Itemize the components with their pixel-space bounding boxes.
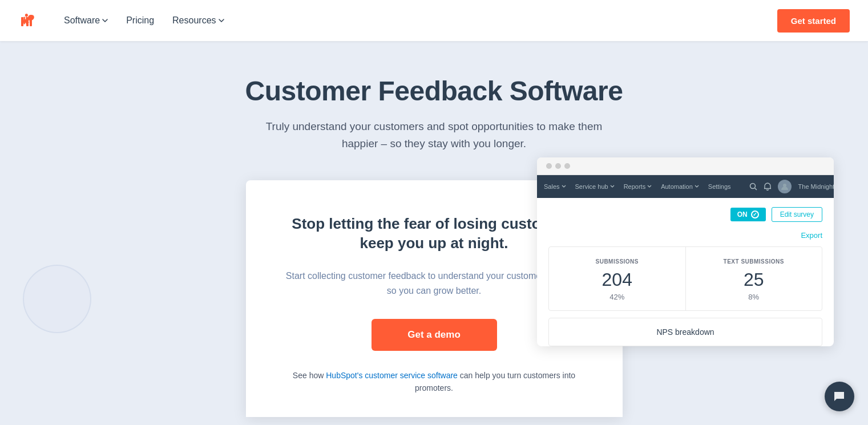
stat-submissions: SUBMISSIONS 204 42% [549,247,685,310]
hero-title: Customer Feedback Software [0,75,868,107]
app-nav-sales[interactable]: Sales [544,183,566,190]
stat-text-pct: 8% [695,293,813,301]
nav-resources-label: Resources [172,15,216,26]
svg-point-13 [28,15,34,21]
app-nav-reports[interactable]: Reports [624,183,652,190]
export-row: Export [548,231,822,240]
stat-submissions-label: SUBMISSIONS [558,258,676,265]
browser-dot-1 [546,163,552,169]
app-nav-icons: The Midnight Society [749,180,834,193]
navbar: Software Pricing Resources Get started [0,0,868,41]
app-nav-service-hub[interactable]: Service hub [575,183,615,190]
stat-submissions-value: 204 [558,269,676,290]
stat-text-label: TEXT SUBMISSIONS [695,258,813,265]
browser-dot-3 [564,163,570,169]
stat-text-value: 25 [695,269,813,290]
stat-submissions-pct: 42% [558,293,676,301]
browser-mock: Sales Service hub Reports Automation Set… [537,157,834,346]
content-wrapper: Stop letting the fear of losing customer… [0,180,868,418]
nav-pricing[interactable]: Pricing [119,11,161,30]
browser-titlebar [537,157,834,175]
decorative-circle [23,265,91,333]
stats-row: SUBMISSIONS 204 42% TEXT SUBMISSIONS 25 … [548,246,822,311]
heading-line2: keep you up at night. [360,234,508,252]
chat-bubble[interactable] [825,382,854,411]
chevron-down-icon [102,18,108,23]
chevron-down-icon [695,185,699,188]
avatar [778,180,792,193]
edit-survey-button[interactable]: Edit survey [772,207,822,222]
nav-links: Software Pricing Resources [57,11,777,30]
chevron-down-icon [647,185,652,188]
app-nav-settings[interactable]: Settings [708,183,731,190]
on-toggle-button[interactable]: ON ✓ [730,208,766,221]
check-icon: ✓ [751,211,759,218]
nps-box: NPS breakdown [548,318,822,346]
chevron-down-icon [219,18,224,23]
app-nav-username: The Midnight Society [798,183,834,190]
hero-subtitle-line1: Truly understand your customers and spot… [266,120,603,132]
service-software-link[interactable]: HubSpot's customer service software [326,371,458,380]
chat-icon [833,390,846,403]
app-navbar: Sales Service hub Reports Automation Set… [537,175,834,198]
stat-text-submissions: TEXT SUBMISSIONS 25 8% [685,247,822,310]
bell-icon[interactable] [764,183,771,191]
svg-point-15 [750,183,755,188]
hero-subtitle-line2: happier – so they stay with you longer. [342,137,526,149]
nav-pricing-label: Pricing [126,15,154,26]
search-icon[interactable] [749,183,757,191]
nav-software-label: Software [64,15,100,26]
survey-controls: ON ✓ Edit survey [548,207,822,222]
nps-title: NPS breakdown [558,327,813,337]
survey-area: ON ✓ Edit survey Export SUBMISSIONS 204 … [537,198,834,346]
browser-dot-2 [555,163,561,169]
get-started-button[interactable]: Get started [777,9,850,33]
navbar-logo[interactable] [18,10,39,31]
svg-rect-12 [30,22,32,26]
nav-resources[interactable]: Resources [165,11,231,30]
app-nav-automation[interactable]: Automation [661,183,699,190]
heading-line1: Stop letting the fear of losing customer… [292,215,576,232]
hero-subtitle: Truly understand your customers and spot… [263,118,605,153]
chevron-down-icon [610,185,615,188]
export-link[interactable]: Export [801,231,822,240]
svg-rect-14 [30,20,32,22]
get-demo-button[interactable]: Get a demo [372,319,497,351]
left-panel-link-text: See how HubSpot's customer service softw… [280,369,588,395]
nav-software[interactable]: Software [57,11,115,30]
chevron-down-icon [562,185,566,188]
hero-section: Customer Feedback Software Truly underst… [0,41,868,425]
